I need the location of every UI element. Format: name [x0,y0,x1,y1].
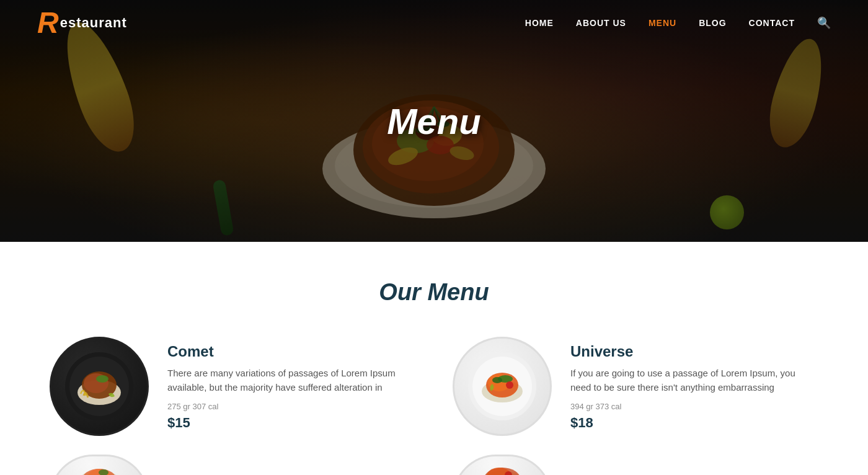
svg-point-23 [96,375,108,383]
hero-title: Menu [387,100,480,142]
search-icon[interactable]: 🔍 [817,16,831,30]
dish-name-comet: Comet [167,343,415,360]
dish-name-universe: Universe [570,343,818,360]
menu-item-partial-3 [50,455,415,475]
menu-item-universe: Universe If you are going to use a passa… [453,337,818,436]
nav-menu[interactable]: MENU [649,18,676,28]
site-header: R estaurant HOME ABOUT US MENU BLOG CONT… [0,0,868,45]
dish-image-partial-3 [50,455,149,475]
logo-text: estaurant [60,15,127,31]
dish-svg-partial-4 [468,456,536,475]
dish-desc-comet: There are many variations of passages of… [167,366,415,394]
nav-about[interactable]: ABOUT US [576,18,626,28]
nav-contact[interactable]: CONTACT [749,18,795,28]
dish-desc-universe: If you are going to use a passage of Lor… [570,366,818,394]
dish-meta-universe: 394 gr 373 cal [570,402,818,411]
dish-price-comet: $15 [167,415,415,431]
menu-info-comet: Comet There are many variations of passa… [167,337,415,431]
dish-svg-partial-3 [65,456,133,475]
menu-bottom-row [50,455,818,475]
svg-point-31 [506,381,513,389]
dish-svg-comet [62,349,136,424]
nav-blog[interactable]: BLOG [699,18,726,28]
nav-home[interactable]: HOME [525,18,554,28]
site-logo[interactable]: R estaurant [37,8,127,38]
dish-image-partial-4 [453,455,552,475]
menu-info-universe: Universe If you are going to use a passa… [570,337,818,431]
svg-point-30 [492,377,502,383]
dish-image-universe [453,337,552,436]
dish-price-universe: $18 [570,415,818,431]
main-nav: HOME ABOUT US MENU BLOG CONTACT 🔍 [525,16,831,30]
main-content: Our Menu [0,242,868,475]
section-title: Our Menu [50,279,818,306]
menu-grid: Comet There are many variations of passa… [50,337,818,436]
logo-r-letter: R [37,8,59,38]
dish-image-comet [50,337,149,436]
dish-meta-comet: 275 gr 307 cal [167,402,415,411]
dish-svg-universe [465,349,539,424]
menu-item-comet: Comet There are many variations of passa… [50,337,415,436]
menu-item-partial-4 [453,455,818,475]
